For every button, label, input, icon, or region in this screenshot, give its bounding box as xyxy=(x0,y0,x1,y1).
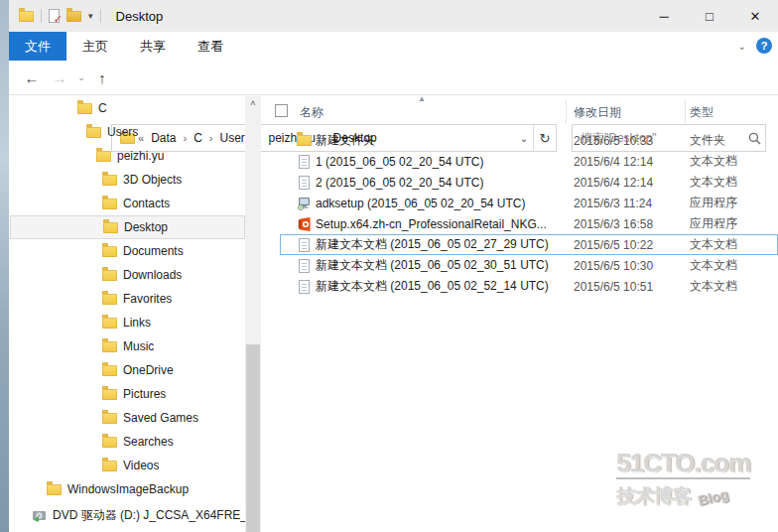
quick-access-toolbar: ▾ Desktop xyxy=(9,9,163,24)
watermark-logo: 51CTO.com xyxy=(616,450,750,479)
tab-share[interactable]: 共享 xyxy=(124,32,182,61)
folder-icon xyxy=(86,127,101,138)
help-icon[interactable]: ? xyxy=(756,38,772,54)
file-name: 新建文件夹 xyxy=(316,130,375,151)
file-type: 文本文档 xyxy=(690,151,737,172)
file-name: 新建文本文档 (2015_06_05 02_27_29 UTC) xyxy=(316,234,549,255)
file-name: 新建文本文档 (2015_06_05 02_30_51 UTC) xyxy=(316,255,549,276)
column-header-name[interactable]: 名称 xyxy=(300,104,324,121)
file-row[interactable]: 新建文本文档 (2015_06_05 02_52_14 UTC) 2015/6/… xyxy=(268,276,778,297)
folder-icon xyxy=(102,461,117,471)
tree-item[interactable]: Searches xyxy=(10,430,245,454)
text-document-icon xyxy=(299,259,310,273)
recent-locations-icon[interactable]: ⌄ xyxy=(72,61,90,94)
file-date: 2015/6/3 16:58 xyxy=(574,213,653,234)
column-divider[interactable] xyxy=(566,99,567,123)
column-header-date[interactable]: 修改日期 xyxy=(574,104,621,121)
tree-item[interactable]: WindowsImageBackup xyxy=(10,477,245,501)
open-folder-icon[interactable] xyxy=(66,11,81,22)
installer-icon xyxy=(295,193,313,213)
title-bar: ▾ Desktop ─ □ ✕ xyxy=(9,0,778,32)
office-setup-icon xyxy=(295,213,313,234)
column-header-type[interactable]: 类型 xyxy=(690,104,713,121)
tree-item-label: Pictures xyxy=(123,387,166,401)
select-all-checkbox[interactable] xyxy=(275,104,288,117)
tree-item[interactable]: OneDrive xyxy=(10,358,245,382)
tree-item[interactable]: Documents xyxy=(10,239,245,263)
tab-file[interactable]: 文件 xyxy=(9,32,66,61)
caption-buttons: ─ □ ✕ xyxy=(641,0,778,32)
file-row[interactable]: 1 (2015_06_05 02_20_54 UTC) 2015/6/4 12:… xyxy=(268,151,778,172)
text-document-icon xyxy=(299,176,310,190)
file-row[interactable]: 2 (2015_06_05 02_20_54 UTC) 2015/6/4 12:… xyxy=(268,172,778,193)
window-folder-icon xyxy=(19,11,34,22)
tree-item[interactable]: Music xyxy=(10,334,245,358)
file-check-icon[interactable] xyxy=(49,9,60,23)
folder-icon xyxy=(102,365,117,376)
desktop-background xyxy=(0,0,9,532)
tree-item-label: peizhi.yu xyxy=(117,149,164,163)
file-row[interactable]: adksetup (2015_06_05 02_20_54 UTC) 2015/… xyxy=(268,193,778,213)
tree-item[interactable]: Saved Games xyxy=(10,406,245,430)
file-row-selected[interactable]: 新建文本文档 (2015_06_05 02_27_29 UTC) 2015/6/… xyxy=(268,234,778,255)
separator xyxy=(41,9,42,23)
tab-view[interactable]: 查看 xyxy=(182,32,239,61)
tree-item[interactable]: Favorites xyxy=(10,287,245,311)
text-document-icon xyxy=(299,238,310,252)
tab-home[interactable]: 主页 xyxy=(66,32,124,61)
tree-item[interactable]: Contacts xyxy=(10,192,245,215)
file-type: 应用程序 xyxy=(690,193,737,213)
tree-scrollbar[interactable]: ˄ xyxy=(245,96,261,532)
qat-dropdown-icon[interactable]: ▾ xyxy=(88,11,93,21)
tree-item[interactable]: Videos xyxy=(10,454,245,477)
file-type: 应用程序 xyxy=(690,213,737,234)
minimize-button[interactable]: ─ xyxy=(641,0,687,32)
folder-icon xyxy=(47,484,62,495)
tree-item-label: Users xyxy=(107,125,138,139)
file-row[interactable]: 新建文件夹 2015/6/5 10:33 文件夹 xyxy=(268,130,778,151)
file-type: 文件夹 xyxy=(690,130,725,151)
tree-item-label: Documents xyxy=(123,244,184,258)
tree-item-desktop-selected[interactable]: Desktop xyxy=(10,215,245,239)
folder-icon xyxy=(102,318,117,329)
file-name: 1 (2015_06_05 02_20_54 UTC) xyxy=(316,151,483,172)
file-type: 文本文档 xyxy=(690,172,737,193)
folder-icon xyxy=(297,135,312,146)
dvd-drive-icon xyxy=(32,509,47,522)
folder-icon xyxy=(102,437,117,448)
tree-item[interactable]: C xyxy=(10,96,245,120)
file-row[interactable]: 新建文本文档 (2015_06_05 02_30_51 UTC) 2015/6/… xyxy=(268,255,778,276)
file-date: 2015/6/3 11:24 xyxy=(574,193,652,213)
file-date: 2015/6/4 12:14 xyxy=(574,172,653,193)
tree-item[interactable]: peizhi.yu xyxy=(10,144,245,168)
ribbon-collapse-icon[interactable]: ⌄ xyxy=(738,41,746,52)
tree-item-dvd-drive[interactable]: DVD 驱动器 (D:) J_CCSA_X64FRE_Z xyxy=(10,503,245,527)
tree-item-label: Contacts xyxy=(123,197,170,210)
sort-ascending-icon: ▲ xyxy=(418,94,426,103)
file-row[interactable]: Setup.x64.zh-cn_ProfessionalRetail_NKG..… xyxy=(268,213,778,234)
column-divider[interactable] xyxy=(685,99,686,123)
watermark-subtitle: 技术博客 xyxy=(616,483,692,509)
maximize-button[interactable]: □ xyxy=(687,0,732,32)
back-button[interactable]: ← xyxy=(19,61,45,94)
file-date: 2015/6/5 10:33 xyxy=(574,130,653,151)
close-button[interactable]: ✕ xyxy=(732,0,778,32)
tree-item[interactable]: 3D Objects xyxy=(10,168,245,192)
tree-item[interactable]: Users xyxy=(10,120,245,144)
folder-icon xyxy=(102,413,117,424)
file-date: 2015/6/5 10:30 xyxy=(574,255,653,276)
watermark: 51CTO.com 技术博客Blog xyxy=(616,450,775,509)
file-type: 文本文档 xyxy=(690,255,737,276)
scroll-up-icon[interactable]: ˄ xyxy=(245,98,261,108)
tree-item[interactable]: Downloads xyxy=(10,263,245,287)
tree-item[interactable]: Pictures xyxy=(10,382,245,406)
tree-item[interactable]: Links xyxy=(10,311,245,334)
file-name: 新建文本文档 (2015_06_05 02_52_14 UTC) xyxy=(316,276,549,297)
explorer-window: ▾ Desktop ─ □ ✕ 文件 主页 共享 查看 ⌄ ? ← → ⌄ ↑ … xyxy=(9,0,778,532)
file-name: 2 (2015_06_05 02_20_54 UTC) xyxy=(316,172,483,193)
scrollbar-thumb[interactable] xyxy=(246,344,260,532)
file-name: Setup.x64.zh-cn_ProfessionalRetail_NKG..… xyxy=(316,213,547,234)
forward-button[interactable]: → xyxy=(47,61,72,94)
up-button[interactable]: ↑ xyxy=(90,61,114,94)
folder-icon xyxy=(102,246,117,257)
